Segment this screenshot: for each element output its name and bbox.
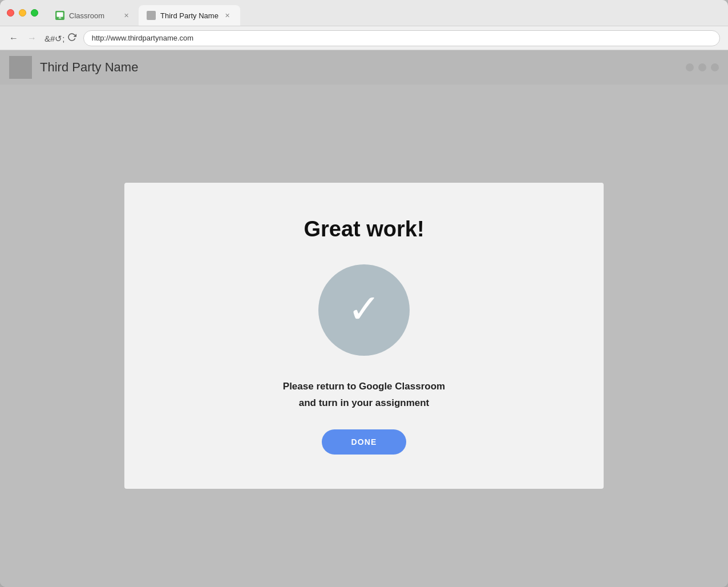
- tab-classroom[interactable]: Classroom ✕: [47, 5, 139, 26]
- card-message: Please return to Google Classroom and tu…: [283, 379, 445, 412]
- svg-rect-0: [57, 13, 63, 17]
- header-dot-1: [686, 63, 694, 71]
- minimize-button[interactable]: [19, 9, 26, 17]
- title-bar: Classroom ✕ Third Party Name ✕: [0, 0, 728, 26]
- header-dot-2: [698, 63, 706, 71]
- app-header: Third Party Name: [0, 50, 728, 85]
- checkmark-icon: ✓: [347, 289, 381, 329]
- url-text: http://www.thirdpartyname.com: [92, 34, 193, 42]
- card-message-line2: and turn in your assignment: [283, 395, 445, 412]
- done-button[interactable]: DONE: [322, 429, 407, 455]
- card-title: Great work!: [304, 217, 424, 242]
- browser-window: Classroom ✕ Third Party Name ✕ ← → &#↺; …: [0, 0, 728, 587]
- third-party-favicon: [147, 11, 156, 20]
- main-content: Great work! ✓ Please return to Google Cl…: [0, 85, 728, 587]
- traffic-lights: [7, 9, 38, 17]
- tab-third-party-label: Third Party Name: [160, 11, 219, 20]
- tab-classroom-close[interactable]: ✕: [122, 11, 131, 20]
- tab-bar: Classroom ✕ Third Party Name ✕: [47, 0, 721, 26]
- tab-third-party[interactable]: Third Party Name ✕: [139, 5, 240, 26]
- tab-classroom-label: Classroom: [69, 11, 117, 20]
- close-button[interactable]: [7, 9, 14, 17]
- checkmark-circle: ✓: [318, 264, 410, 356]
- classroom-favicon: [55, 11, 64, 20]
- maximize-button[interactable]: [31, 9, 38, 17]
- app-logo: [9, 56, 32, 79]
- address-bar: ← → &#↺; http://www.thirdpartyname.com: [0, 26, 728, 50]
- forward-button[interactable]: →: [26, 33, 38, 44]
- back-button[interactable]: ←: [8, 33, 19, 44]
- card-message-line1: Please return to Google Classroom: [283, 379, 445, 395]
- url-input[interactable]: http://www.thirdpartyname.com: [83, 30, 720, 46]
- refresh-button[interactable]: &#↺;: [45, 33, 76, 44]
- completion-card: Great work! ✓ Please return to Google Cl…: [124, 183, 604, 489]
- header-dot-3: [711, 63, 719, 71]
- tab-third-party-close[interactable]: ✕: [223, 11, 232, 20]
- app-header-title: Third Party Name: [40, 60, 138, 75]
- app-header-menu: [686, 63, 719, 71]
- app-header-left: Third Party Name: [9, 56, 138, 79]
